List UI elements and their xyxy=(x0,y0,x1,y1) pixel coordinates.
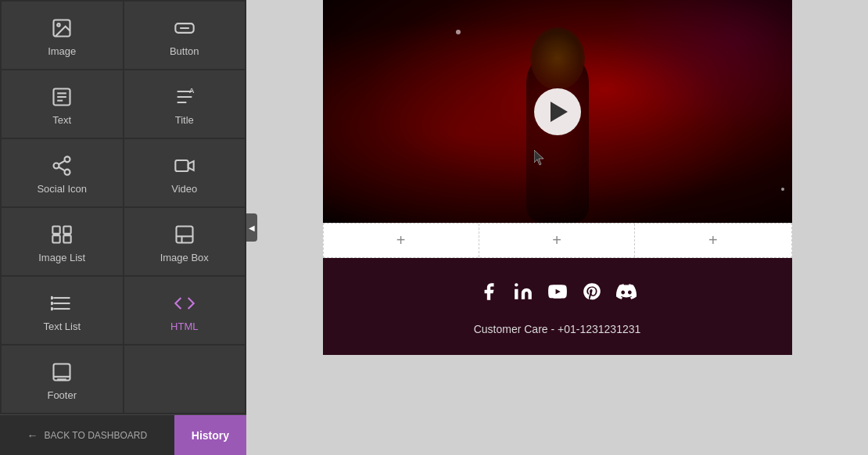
add-content-row: + + + xyxy=(323,223,792,258)
back-arrow-icon: ← xyxy=(27,429,38,442)
sidebar-item-image[interactable]: Image xyxy=(2,2,123,69)
back-to-dashboard-button[interactable]: ← BACK TO DASHBOARD xyxy=(0,415,174,455)
add-cell-1[interactable]: + xyxy=(324,224,479,257)
play-button[interactable] xyxy=(534,88,581,135)
sidebar-item-html[interactable]: HTML xyxy=(124,277,246,344)
text-icon xyxy=(51,86,73,108)
svg-rect-28 xyxy=(54,364,70,380)
sidebar-item-text-list[interactable]: Text List xyxy=(2,277,123,344)
dot-decoration xyxy=(456,30,461,34)
social-footer-section: Customer Care - +01-1231231231 xyxy=(323,258,792,355)
svg-point-10 xyxy=(54,163,59,168)
text-list-icon xyxy=(51,292,73,314)
svg-rect-18 xyxy=(64,235,71,242)
discord-icon[interactable] xyxy=(616,281,637,307)
sidebar-item-image-box-label: Image Box xyxy=(160,252,209,263)
svg-rect-17 xyxy=(53,235,60,242)
image-icon xyxy=(51,17,73,39)
sidebar-item-button[interactable]: Button xyxy=(124,2,246,69)
sidebar-item-button-label: Button xyxy=(170,45,199,57)
sidebar-toggle-button[interactable]: ◀ xyxy=(246,213,257,242)
add-icon-3: + xyxy=(708,231,718,249)
sidebar-bottom-bar: ← BACK TO DASHBOARD History xyxy=(0,414,246,455)
svg-rect-19 xyxy=(176,226,192,242)
add-icon-1: + xyxy=(396,231,406,249)
atmosphere-overlay-2 xyxy=(604,0,792,134)
svg-rect-16 xyxy=(64,226,71,233)
facebook-icon[interactable] xyxy=(479,281,499,307)
svg-rect-31 xyxy=(515,289,518,299)
add-icon-2: + xyxy=(552,231,561,249)
sidebar-item-html-label: HTML xyxy=(170,321,198,332)
sidebar-item-social-icon[interactable]: Social Icon xyxy=(2,139,123,206)
add-cell-2[interactable]: + xyxy=(479,224,635,257)
svg-point-32 xyxy=(515,283,518,286)
sidebar-item-video-label: Video xyxy=(171,183,197,195)
sidebar-item-video[interactable]: Video xyxy=(124,139,246,206)
svg-point-26 xyxy=(51,302,52,303)
svg-line-12 xyxy=(59,167,65,170)
sidebar-item-footer-label: Footer xyxy=(47,389,77,401)
dot-decoration-2 xyxy=(781,188,784,191)
svg-line-13 xyxy=(59,160,65,164)
customer-care-text: Customer Care - +01-1231231231 xyxy=(474,323,641,335)
button-icon xyxy=(174,17,195,39)
image-list-icon xyxy=(51,224,73,245)
pinterest-icon[interactable] xyxy=(582,281,602,307)
video-section xyxy=(323,0,792,223)
svg-point-1 xyxy=(57,23,60,27)
video-background xyxy=(323,0,792,223)
linkedin-icon[interactable] xyxy=(513,281,533,307)
title-icon: A xyxy=(174,86,195,108)
svg-rect-15 xyxy=(53,226,60,233)
sidebar-item-image-box[interactable]: Image Box xyxy=(124,208,246,275)
sidebar-item-social-icon-label: Social Icon xyxy=(37,183,87,195)
chevron-left-icon: ◀ xyxy=(249,224,255,232)
sidebar-item-text-label: Text xyxy=(52,114,71,126)
youtube-icon[interactable] xyxy=(547,281,568,307)
sidebar-empty-cell xyxy=(124,346,246,413)
video-icon xyxy=(174,155,195,177)
svg-rect-14 xyxy=(175,160,188,171)
sidebar-item-footer[interactable]: Footer xyxy=(2,346,123,413)
svg-text:A: A xyxy=(189,87,195,95)
sidebar-grid: Image Button Text xyxy=(0,0,246,414)
sidebar-item-image-list[interactable]: Image List xyxy=(2,208,123,275)
content-canvas: + + + xyxy=(323,0,792,355)
sidebar-item-image-label: Image xyxy=(48,45,76,57)
social-icons-row xyxy=(479,281,637,307)
footer-icon xyxy=(51,361,73,383)
history-button[interactable]: History xyxy=(174,415,246,455)
svg-point-9 xyxy=(65,156,70,162)
sidebar-item-text-list-label: Text List xyxy=(43,321,81,332)
sidebar-item-title-label: Title xyxy=(175,114,194,126)
main-content-area: + + + xyxy=(246,0,868,455)
html-icon xyxy=(174,292,195,314)
add-cell-3[interactable]: + xyxy=(635,224,791,257)
image-box-icon xyxy=(174,224,195,245)
sidebar: Image Button Text xyxy=(0,0,246,455)
svg-point-27 xyxy=(51,307,52,309)
sidebar-item-title[interactable]: A Title xyxy=(124,70,246,138)
svg-point-25 xyxy=(51,296,52,298)
back-to-dashboard-label: BACK TO DASHBOARD xyxy=(45,430,148,441)
sidebar-item-image-list-label: Image List xyxy=(38,252,85,263)
social-icon-icon xyxy=(51,155,73,177)
svg-point-11 xyxy=(65,169,70,174)
sidebar-item-text[interactable]: Text xyxy=(2,70,123,138)
